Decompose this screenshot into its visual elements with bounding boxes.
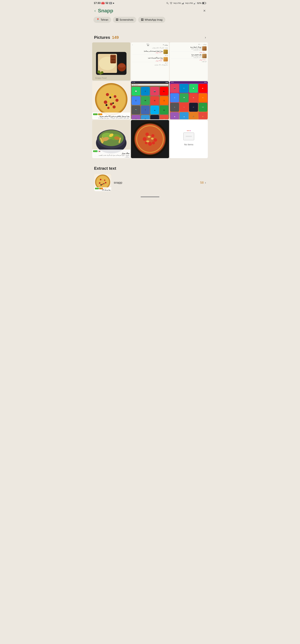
grid-item-menu-2[interactable]: تومان ۷۲,۰۰۰ خوراک استیک مرغ کافه رستورا… <box>170 42 208 80</box>
grid-item-menu-1[interactable]: روئیت ۳ › تهران، عباس آباد خیابان بهشتی … <box>131 42 169 80</box>
svg-point-84 <box>96 176 109 188</box>
battery-icon <box>202 2 206 4</box>
photo-icon <box>109 2 112 4</box>
status-time: 17:33 <box>94 2 100 5</box>
app-instagram: 📷 <box>150 87 159 96</box>
svg-point-39 <box>104 100 107 104</box>
svg-point-41 <box>110 103 112 106</box>
no-items-container <box>183 132 194 140</box>
app-maps: 🗺 <box>141 96 150 105</box>
chip-whatsapp[interactable]: 🖼 WhatsApp Imag <box>138 17 165 23</box>
extract-chevron[interactable]: › <box>205 181 206 184</box>
pizza-1-art: Snapp Food 🟢🟢 🟢🟠 پیتزا ورستل ایتالیایی د… <box>92 81 130 119</box>
svg-rect-7 <box>182 4 182 4</box>
app-google: G <box>132 96 140 105</box>
grid-item-phone-iphone[interactable]: 00:00 ◉ ◉ 📷 ✈ 💬 ▶ G 🗺 M S Ac A nV VPN ◆ … <box>170 81 208 119</box>
pizza-2-art <box>131 120 169 158</box>
dot-red <box>187 130 188 131</box>
battery-percent: 52% <box>197 2 201 4</box>
pizza-1-desc: خمیر پیتزا ایتالیایی (آرد مرغ ۲۵٪، مرغ پ… <box>93 117 129 119</box>
svg-line-4 <box>168 3 169 4</box>
chip-screenshots[interactable]: 🖼 Screenshots <box>113 17 136 23</box>
phone-android-art: 17:33 ◉ ◉ 🔍 Search 💬 ✈ 📷 ▶ G 🗺 M S 📷 f ☁… <box>131 81 169 119</box>
svg-point-69 <box>137 126 163 152</box>
svg-point-40 <box>115 99 119 102</box>
grid-item-pizza-2[interactable] <box>131 120 169 158</box>
grid-item-no-items[interactable]: No items <box>170 120 208 158</box>
extract-item-name: snapp <box>114 181 122 184</box>
iphone-instagram: 📷 <box>170 84 179 93</box>
svg-point-45 <box>112 102 114 104</box>
key-icon <box>166 2 169 4</box>
extract-item-count: 58 <box>200 181 204 184</box>
menu-screenshot-1-art: روئیت ۳ › تهران، عباس آباد خیابان بهشتی … <box>131 42 169 80</box>
iphone-nv: nV <box>189 103 198 112</box>
lte1-label: Vo)) LTE1 <box>173 2 181 4</box>
app-ai: AI <box>141 115 150 119</box>
menu-thumb-2 <box>163 57 168 62</box>
svg-point-32 <box>147 45 148 46</box>
pizza-1-label-overlay: 🟢🟢 🟢🟠 پیتزا ورستل ایتالیایی دو نفره (۳۲ … <box>92 112 130 119</box>
iphone-art: 00:00 ◉ ◉ 📷 ✈ 💬 ▶ G 🗺 M S Ac A nV VPN ◆ … <box>170 81 208 119</box>
bottom-indicator <box>141 196 159 197</box>
app-whatsapp: 💬 <box>132 87 140 96</box>
svg-point-71 <box>151 134 155 137</box>
svg-point-26 <box>99 72 102 75</box>
app-telegram: ✈ <box>141 87 150 96</box>
extract-thumb-overlay: 🟢🟢 🟢🟠 پیتزا ورستل (۳۲) <box>94 187 111 191</box>
no-items-label: No items <box>184 143 193 146</box>
iphone-status: 00:00 ◉ ◉ <box>170 81 208 83</box>
salad-art: Snapp Food 🟢۲.۵ 🚗 سالاد سزار شامل ۲ نوع … <box>92 120 130 158</box>
iphone-whatsapp: 💬 <box>189 84 198 93</box>
extract-badge-2: 🟢🟠 <box>99 188 103 189</box>
iphone-gmail: M <box>189 93 198 102</box>
pizza-svg-2 <box>131 120 169 158</box>
cart-icon-small <box>147 44 149 46</box>
menu-price-pink: هریک <box>132 59 163 60</box>
menu2-item-1: خوراک استیک مرغ کافه رستوران شقق ۵ عدد ب… <box>171 46 207 51</box>
extract-item-snapp[interactable]: Snapp Food 🟢🟢 🟢🟠 پیتزا ورستل (۳۲) snapp … <box>94 173 206 192</box>
svg-point-74 <box>148 142 152 146</box>
chip-screenshots-label: Screenshots <box>120 18 133 21</box>
svg-point-73 <box>154 138 157 142</box>
food-tray-art: Snapp Food <box>92 42 130 80</box>
menu-screenshot-2-art: تومان ۷۲,۰۰۰ خوراک استیک مرغ کافه رستورا… <box>170 42 208 80</box>
pictures-chevron[interactable]: › <box>205 36 206 40</box>
location-icon: 📍 <box>96 18 99 22</box>
extract-thumb-text: پیتزا ورستل (۳۲) <box>95 189 110 191</box>
grid-item-phone-android[interactable]: 17:33 ◉ ◉ 🔍 Search 💬 ✈ 📷 ▶ G 🗺 M S 📷 f ☁… <box>131 81 169 119</box>
svg-point-77 <box>147 136 151 138</box>
iphone-google: G <box>170 93 179 102</box>
header: ‹ Snapp × <box>91 6 209 15</box>
svg-rect-28 <box>111 56 115 58</box>
status-bar: 17:33 52 Vo)) LTE1 <box>91 0 209 6</box>
grid-item-salad[interactable]: Snapp Food 🟢۲.۵ 🚗 سالاد سزار شامل ۲ نوع … <box>92 120 130 158</box>
app-game: 🎮 <box>132 115 140 119</box>
svg-rect-14 <box>196 2 196 4</box>
app-other: ◆ <box>160 106 168 114</box>
menu2-thumb-2 <box>202 54 207 58</box>
phone-top-bar: 17:33 ◉ ◉ <box>131 81 169 84</box>
menu-item-1: پیتزا شیله (سینه‌خدائی رسالت) ۱۷۸,۳۰۰ تو… <box>132 49 168 54</box>
app-facebook: f <box>141 106 150 114</box>
header-left: ‹ Snapp <box>94 8 113 14</box>
close-button[interactable]: × <box>203 8 206 13</box>
menu-thumb-1 <box>163 50 168 54</box>
menu-item-2: پیتزا مرغ آلفردو یک نفره هریک ۲۳۸,۵۰۰ تو… <box>132 57 168 62</box>
back-button[interactable]: ‹ <box>94 8 96 13</box>
svg-point-90 <box>100 184 102 186</box>
food-tray-svg: Snapp Food <box>92 42 130 80</box>
svg-rect-17 <box>206 3 206 4</box>
svg-point-36 <box>97 85 126 114</box>
pictures-section-header: Pictures 149 › <box>91 30 209 42</box>
svg-point-85 <box>100 179 101 180</box>
extract-section: Extract text Snapp Food 🟢🟢 <box>91 161 209 195</box>
extract-thumb-snapp: Snapp Food 🟢🟢 🟢🟠 پیتزا ورستل (۳۲) <box>94 174 111 191</box>
iphone-app4: ◆ <box>170 112 179 119</box>
grid-item-food-tray[interactable]: Snapp Food <box>92 42 130 80</box>
dot-pink <box>190 130 191 131</box>
chip-tehran[interactable]: 📍 Tehran <box>93 17 111 23</box>
no-items-line <box>186 136 192 137</box>
grid-item-pizza-1[interactable]: Snapp Food 🟢🟢 🟢🟠 پیتزا ورستل ایتالیایی د… <box>92 81 130 119</box>
filter-chips-container: 📍 Tehran 🖼 Screenshots 🖼 WhatsApp Imag <box>91 15 209 26</box>
